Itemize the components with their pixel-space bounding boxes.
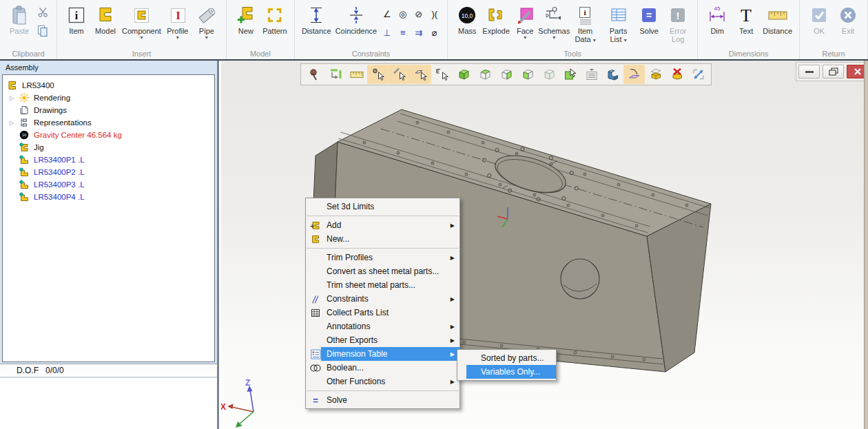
concentric-constraint-button[interactable]: ◎ xyxy=(399,10,406,19)
parts-list-button[interactable]: Parts List ▾ xyxy=(602,3,634,43)
menu-item-dimension-table[interactable]: Dimension Table ▶ xyxy=(306,347,459,361)
pin-button[interactable] xyxy=(303,65,324,84)
display-ghost-button[interactable] xyxy=(538,65,559,84)
paste-button[interactable]: Paste xyxy=(5,3,34,35)
measure-update-button[interactable] xyxy=(324,65,346,84)
menu-item-annotations[interactable]: Annotations ▶ xyxy=(306,320,459,333)
pick-face-button[interactable] xyxy=(559,65,581,84)
parallel-constraint-button[interactable]: ⇉ xyxy=(415,28,422,38)
symmetry-constraint-button[interactable]: )( xyxy=(431,10,437,19)
copy-button[interactable] xyxy=(35,24,50,38)
menu-item-set-3d-limits[interactable]: Set 3d Limits xyxy=(306,200,459,213)
cut-button[interactable] xyxy=(35,5,50,19)
mass-button[interactable]: 10,0 Mass xyxy=(453,3,482,35)
distance-constraint-button[interactable]: Distance xyxy=(300,3,333,35)
menu-item-other-exports[interactable]: Other Exports ▶ xyxy=(306,333,459,347)
menu-separator xyxy=(307,390,459,391)
menu-item-convert-sheet-metal[interactable]: Convert as sheet metal parts... xyxy=(306,264,459,278)
fit-view-button[interactable] xyxy=(688,65,709,84)
tree-item-part1[interactable]: LR53400P1 .L xyxy=(3,154,214,166)
equal-constraint-button[interactable]: ≡ xyxy=(400,28,406,38)
explode-button[interactable]: Explode xyxy=(482,3,510,35)
error-log-button[interactable]: ! Error Log xyxy=(663,3,692,43)
new-button[interactable]: New xyxy=(231,3,260,35)
menu-item-add[interactable]: + Add ▶ xyxy=(306,218,459,232)
menu-item-other-functions[interactable]: Other Functions ▶ xyxy=(306,375,459,388)
expand-arrow-icon[interactable]: ▷ xyxy=(10,120,19,126)
dropdown-arrow-icon: ▾ xyxy=(205,35,208,40)
submenu-arrow-icon: ▶ xyxy=(451,324,455,330)
list-options-button[interactable] xyxy=(581,65,602,84)
component-button[interactable]: Component ▾ xyxy=(120,3,163,40)
ruler-icon xyxy=(767,3,789,27)
sketch-plane-icon xyxy=(627,67,642,82)
ok-button[interactable]: OK xyxy=(805,3,834,35)
mass-icon: 10,0 xyxy=(457,3,477,27)
item-data-button[interactable]: i Item Data ▾ xyxy=(568,3,602,43)
tree-item-part3[interactable]: LR53400P3 .L xyxy=(3,178,214,191)
tree-item-rendering[interactable]: ▷ Rendering xyxy=(3,92,214,104)
constraints-icon xyxy=(309,293,322,304)
cube-left-face-icon xyxy=(520,67,535,82)
schemas-button[interactable]: Schemas ▾ xyxy=(539,3,568,40)
menu-item-solve[interactable]: = Solve xyxy=(306,393,459,407)
tree-item-gravity-center[interactable]: 10 Gravity Center 46.564 kg xyxy=(3,129,214,141)
menu-item-constraints[interactable]: Constraints ▶ xyxy=(306,292,459,306)
profile-display-button[interactable] xyxy=(602,65,623,84)
menu-item-boolean[interactable]: Boolean... xyxy=(306,361,459,375)
tree-item-jig[interactable]: Jig xyxy=(3,141,214,154)
display-face-right-button[interactable] xyxy=(495,65,517,84)
release-constraint-button[interactable]: ⌀ xyxy=(432,28,437,38)
menu-item-collect-parts-list[interactable]: Collect Parts List xyxy=(306,306,459,320)
tree-item-drawings[interactable]: Drawings xyxy=(3,104,214,116)
perpendicular-constraint-button[interactable]: ⊥ xyxy=(383,28,391,38)
menu-item-trim-profiles[interactable]: Trim Profiles ▶ xyxy=(306,251,459,264)
ribbon-group-tools: 10,0 Mass Explode Face ▾ Schemas ▾ xyxy=(448,0,698,59)
tree-item-representations[interactable]: ▷ Representations xyxy=(3,116,214,129)
face-button[interactable]: Face ▾ xyxy=(510,3,539,40)
group-label-constraints: Constraints xyxy=(295,50,447,58)
menu-item-new[interactable]: New... xyxy=(306,232,459,246)
select-edge-filter-button[interactable] xyxy=(389,65,410,84)
dim-button[interactable]: 45 Dim xyxy=(703,3,732,35)
dimension-table-submenu: Sorted by parts... Variables Only... xyxy=(457,349,557,381)
select-face-filter-button[interactable] xyxy=(410,65,431,84)
svg-text:i: i xyxy=(75,10,79,21)
display-face-top-button[interactable] xyxy=(474,65,495,84)
sketch-mode-button[interactable] xyxy=(623,65,645,84)
drawings-icon xyxy=(19,105,30,115)
ribbon-group-insert: i Item Model Component ▾ I Profile ▾ xyxy=(57,0,227,59)
profile-button[interactable]: I Profile ▾ xyxy=(163,3,192,40)
coincidence-button[interactable]: Coincidence xyxy=(333,3,380,35)
submenu-item-sorted-by-parts[interactable]: Sorted by parts... xyxy=(457,351,556,365)
expand-arrow-icon[interactable]: ▷ xyxy=(10,95,19,101)
display-face-left-button[interactable] xyxy=(517,65,538,84)
ruler-button[interactable] xyxy=(346,65,367,84)
rendering-icon xyxy=(19,93,30,103)
jig-display-button[interactable] xyxy=(645,65,666,84)
tree-item-part2[interactable]: LR53400P2 .L xyxy=(3,166,214,178)
part-icon xyxy=(19,167,30,177)
submenu-item-variables-only[interactable]: Variables Only... xyxy=(457,365,556,379)
angle-constraint-button[interactable]: ∠ xyxy=(383,10,391,19)
text-button[interactable]: T Text xyxy=(732,3,761,35)
display-solid-button[interactable] xyxy=(453,65,474,84)
select-point-filter-button[interactable] xyxy=(367,65,389,84)
jig-delete-button[interactable] xyxy=(666,65,688,84)
select-element-filter-button[interactable] xyxy=(431,65,453,84)
minimize-button[interactable] xyxy=(798,65,820,79)
pattern-button[interactable]: Pattern xyxy=(260,3,289,35)
solve-button[interactable]: = Solve xyxy=(634,3,663,35)
restore-button[interactable] xyxy=(823,65,844,79)
model-button[interactable]: Model xyxy=(91,3,120,35)
tree-item-root[interactable]: LR53400 xyxy=(3,79,214,92)
distance-dim-button[interactable]: Distance xyxy=(761,3,794,35)
tree-item-part4[interactable]: LR53400P4 .L xyxy=(3,191,214,203)
pipe-button[interactable]: Pipe ▾ xyxy=(192,3,221,40)
menu-item-trim-sheet-metal[interactable]: Trim sheet metal parts... xyxy=(306,278,459,292)
item-button[interactable]: i Item xyxy=(62,3,91,35)
parts-list-icon xyxy=(609,3,628,27)
tangent-constraint-button[interactable]: ⊘ xyxy=(415,10,422,19)
pick-face-icon xyxy=(563,67,578,82)
exit-button[interactable]: Exit xyxy=(834,3,862,35)
